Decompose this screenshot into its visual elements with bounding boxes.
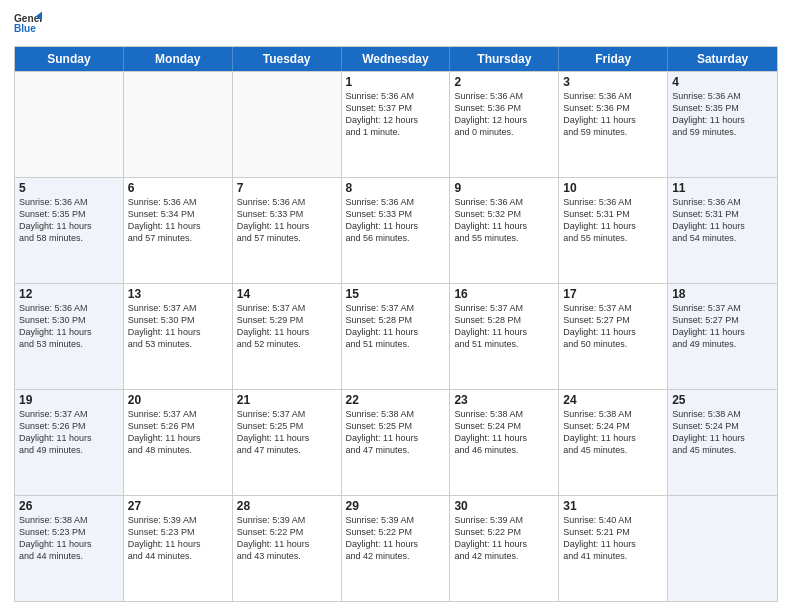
day-number: 5 <box>19 181 119 195</box>
weekday-header: Friday <box>559 47 668 71</box>
page: General Blue SundayMondayTuesdayWednesda… <box>0 0 792 612</box>
day-info: Sunrise: 5:39 AM Sunset: 5:23 PM Dayligh… <box>128 514 228 563</box>
calendar-cell: 14Sunrise: 5:37 AM Sunset: 5:29 PM Dayli… <box>233 284 342 389</box>
day-number: 25 <box>672 393 773 407</box>
calendar: SundayMondayTuesdayWednesdayThursdayFrid… <box>14 46 778 602</box>
weekday-header: Saturday <box>668 47 777 71</box>
day-info: Sunrise: 5:36 AM Sunset: 5:30 PM Dayligh… <box>19 302 119 351</box>
day-info: Sunrise: 5:38 AM Sunset: 5:24 PM Dayligh… <box>563 408 663 457</box>
calendar-cell: 7Sunrise: 5:36 AM Sunset: 5:33 PM Daylig… <box>233 178 342 283</box>
day-info: Sunrise: 5:36 AM Sunset: 5:33 PM Dayligh… <box>237 196 337 245</box>
logo: General Blue <box>14 10 46 38</box>
day-info: Sunrise: 5:39 AM Sunset: 5:22 PM Dayligh… <box>346 514 446 563</box>
day-number: 28 <box>237 499 337 513</box>
calendar-cell: 24Sunrise: 5:38 AM Sunset: 5:24 PM Dayli… <box>559 390 668 495</box>
calendar-cell: 6Sunrise: 5:36 AM Sunset: 5:34 PM Daylig… <box>124 178 233 283</box>
day-number: 13 <box>128 287 228 301</box>
calendar-cell: 8Sunrise: 5:36 AM Sunset: 5:33 PM Daylig… <box>342 178 451 283</box>
calendar-cell: 17Sunrise: 5:37 AM Sunset: 5:27 PM Dayli… <box>559 284 668 389</box>
day-number: 24 <box>563 393 663 407</box>
calendar-cell: 29Sunrise: 5:39 AM Sunset: 5:22 PM Dayli… <box>342 496 451 601</box>
weekday-header: Wednesday <box>342 47 451 71</box>
day-number: 4 <box>672 75 773 89</box>
calendar-row: 26Sunrise: 5:38 AM Sunset: 5:23 PM Dayli… <box>15 495 777 601</box>
day-number: 27 <box>128 499 228 513</box>
calendar-cell: 3Sunrise: 5:36 AM Sunset: 5:36 PM Daylig… <box>559 72 668 177</box>
day-info: Sunrise: 5:38 AM Sunset: 5:23 PM Dayligh… <box>19 514 119 563</box>
day-number: 12 <box>19 287 119 301</box>
day-number: 17 <box>563 287 663 301</box>
day-number: 22 <box>346 393 446 407</box>
calendar-body: 1Sunrise: 5:36 AM Sunset: 5:37 PM Daylig… <box>15 71 777 601</box>
weekday-header: Thursday <box>450 47 559 71</box>
day-number: 7 <box>237 181 337 195</box>
day-info: Sunrise: 5:39 AM Sunset: 5:22 PM Dayligh… <box>454 514 554 563</box>
calendar-header: SundayMondayTuesdayWednesdayThursdayFrid… <box>15 47 777 71</box>
day-number: 15 <box>346 287 446 301</box>
calendar-row: 1Sunrise: 5:36 AM Sunset: 5:37 PM Daylig… <box>15 71 777 177</box>
day-info: Sunrise: 5:37 AM Sunset: 5:28 PM Dayligh… <box>346 302 446 351</box>
calendar-cell <box>668 496 777 601</box>
day-info: Sunrise: 5:36 AM Sunset: 5:31 PM Dayligh… <box>672 196 773 245</box>
calendar-cell: 21Sunrise: 5:37 AM Sunset: 5:25 PM Dayli… <box>233 390 342 495</box>
day-info: Sunrise: 5:36 AM Sunset: 5:36 PM Dayligh… <box>454 90 554 139</box>
calendar-cell: 28Sunrise: 5:39 AM Sunset: 5:22 PM Dayli… <box>233 496 342 601</box>
calendar-row: 5Sunrise: 5:36 AM Sunset: 5:35 PM Daylig… <box>15 177 777 283</box>
calendar-cell: 20Sunrise: 5:37 AM Sunset: 5:26 PM Dayli… <box>124 390 233 495</box>
day-number: 14 <box>237 287 337 301</box>
day-number: 31 <box>563 499 663 513</box>
day-number: 6 <box>128 181 228 195</box>
day-number: 19 <box>19 393 119 407</box>
day-number: 29 <box>346 499 446 513</box>
day-number: 11 <box>672 181 773 195</box>
day-number: 10 <box>563 181 663 195</box>
day-info: Sunrise: 5:37 AM Sunset: 5:27 PM Dayligh… <box>563 302 663 351</box>
weekday-header: Sunday <box>15 47 124 71</box>
calendar-cell <box>233 72 342 177</box>
day-info: Sunrise: 5:37 AM Sunset: 5:28 PM Dayligh… <box>454 302 554 351</box>
day-info: Sunrise: 5:37 AM Sunset: 5:26 PM Dayligh… <box>128 408 228 457</box>
day-number: 8 <box>346 181 446 195</box>
logo-icon: General Blue <box>14 10 42 38</box>
calendar-cell: 2Sunrise: 5:36 AM Sunset: 5:36 PM Daylig… <box>450 72 559 177</box>
calendar-row: 12Sunrise: 5:36 AM Sunset: 5:30 PM Dayli… <box>15 283 777 389</box>
weekday-header: Tuesday <box>233 47 342 71</box>
calendar-cell: 15Sunrise: 5:37 AM Sunset: 5:28 PM Dayli… <box>342 284 451 389</box>
calendar-cell <box>15 72 124 177</box>
day-number: 18 <box>672 287 773 301</box>
calendar-cell: 9Sunrise: 5:36 AM Sunset: 5:32 PM Daylig… <box>450 178 559 283</box>
day-number: 2 <box>454 75 554 89</box>
day-info: Sunrise: 5:36 AM Sunset: 5:35 PM Dayligh… <box>672 90 773 139</box>
day-number: 9 <box>454 181 554 195</box>
day-number: 1 <box>346 75 446 89</box>
calendar-cell: 26Sunrise: 5:38 AM Sunset: 5:23 PM Dayli… <box>15 496 124 601</box>
calendar-row: 19Sunrise: 5:37 AM Sunset: 5:26 PM Dayli… <box>15 389 777 495</box>
calendar-cell: 13Sunrise: 5:37 AM Sunset: 5:30 PM Dayli… <box>124 284 233 389</box>
calendar-cell: 4Sunrise: 5:36 AM Sunset: 5:35 PM Daylig… <box>668 72 777 177</box>
weekday-header: Monday <box>124 47 233 71</box>
day-info: Sunrise: 5:36 AM Sunset: 5:37 PM Dayligh… <box>346 90 446 139</box>
calendar-cell: 11Sunrise: 5:36 AM Sunset: 5:31 PM Dayli… <box>668 178 777 283</box>
calendar-cell: 27Sunrise: 5:39 AM Sunset: 5:23 PM Dayli… <box>124 496 233 601</box>
day-info: Sunrise: 5:37 AM Sunset: 5:30 PM Dayligh… <box>128 302 228 351</box>
day-info: Sunrise: 5:38 AM Sunset: 5:24 PM Dayligh… <box>454 408 554 457</box>
calendar-cell: 30Sunrise: 5:39 AM Sunset: 5:22 PM Dayli… <box>450 496 559 601</box>
day-number: 3 <box>563 75 663 89</box>
day-info: Sunrise: 5:36 AM Sunset: 5:32 PM Dayligh… <box>454 196 554 245</box>
day-info: Sunrise: 5:38 AM Sunset: 5:25 PM Dayligh… <box>346 408 446 457</box>
day-number: 26 <box>19 499 119 513</box>
calendar-cell: 23Sunrise: 5:38 AM Sunset: 5:24 PM Dayli… <box>450 390 559 495</box>
day-info: Sunrise: 5:36 AM Sunset: 5:35 PM Dayligh… <box>19 196 119 245</box>
day-number: 21 <box>237 393 337 407</box>
calendar-cell: 25Sunrise: 5:38 AM Sunset: 5:24 PM Dayli… <box>668 390 777 495</box>
calendar-cell: 10Sunrise: 5:36 AM Sunset: 5:31 PM Dayli… <box>559 178 668 283</box>
day-info: Sunrise: 5:36 AM Sunset: 5:34 PM Dayligh… <box>128 196 228 245</box>
day-info: Sunrise: 5:37 AM Sunset: 5:26 PM Dayligh… <box>19 408 119 457</box>
day-info: Sunrise: 5:38 AM Sunset: 5:24 PM Dayligh… <box>672 408 773 457</box>
day-number: 16 <box>454 287 554 301</box>
day-number: 23 <box>454 393 554 407</box>
day-info: Sunrise: 5:39 AM Sunset: 5:22 PM Dayligh… <box>237 514 337 563</box>
calendar-cell: 18Sunrise: 5:37 AM Sunset: 5:27 PM Dayli… <box>668 284 777 389</box>
day-number: 20 <box>128 393 228 407</box>
calendar-cell: 12Sunrise: 5:36 AM Sunset: 5:30 PM Dayli… <box>15 284 124 389</box>
